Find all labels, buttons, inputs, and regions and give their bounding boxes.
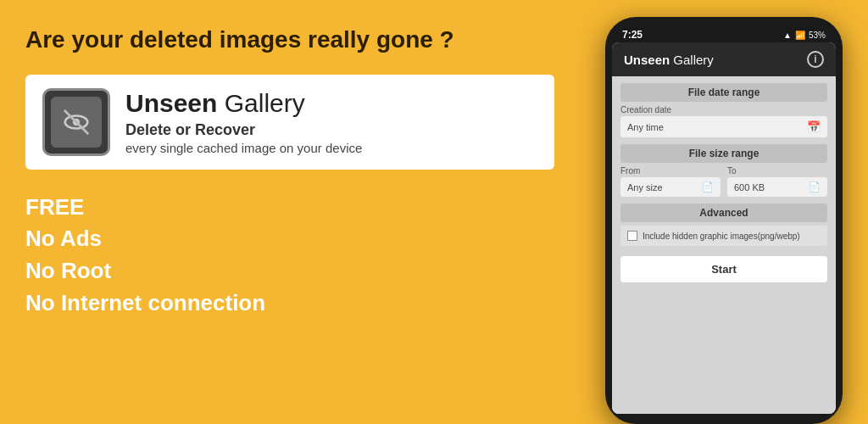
phone-title-light: Gallery xyxy=(670,53,714,67)
size-to-label: To xyxy=(727,166,827,176)
phone-screen: Unseen Gallery i File date range Creatio… xyxy=(612,42,836,414)
tagline1: Delete or Recover xyxy=(125,121,362,139)
date-range-section: File date range Creation date Any time 📅 xyxy=(620,83,827,137)
calendar-icon: 📅 xyxy=(807,120,821,133)
size-range-header: File size range xyxy=(620,144,827,163)
eye-slash-icon xyxy=(59,105,93,139)
size-from-col: From Any size 📄 xyxy=(620,166,721,197)
app-text: Unseen Gallery Delete or Recover every s… xyxy=(125,89,362,155)
phone-title-bold: Unseen xyxy=(624,53,670,67)
hidden-images-label: Include hidden graphic images(png/webp) xyxy=(643,232,800,241)
feature-no-ads: No Ads xyxy=(25,225,554,254)
size-from-icon: 📄 xyxy=(702,181,714,192)
phone-time: 7:25 xyxy=(622,29,643,41)
size-from-label: From xyxy=(620,166,721,176)
app-icon-wrapper xyxy=(42,88,110,156)
hidden-images-checkbox[interactable] xyxy=(627,231,637,241)
app-title-light: Gallery xyxy=(217,89,304,117)
main-container: Are your deleted images really gone ? xyxy=(0,0,868,424)
creation-date-input[interactable]: Any time 📅 xyxy=(620,116,827,137)
app-title: Unseen Gallery xyxy=(125,89,362,118)
info-button[interactable]: i xyxy=(807,51,824,68)
phone-app-bar: Unseen Gallery i xyxy=(612,42,836,76)
phone-content: File date range Creation date Any time 📅… xyxy=(612,76,836,414)
size-to-input[interactable]: 600 KB 📄 xyxy=(727,177,827,197)
tagline2: every single cached image on your device xyxy=(125,141,362,155)
creation-date-label: Creation date xyxy=(620,105,827,114)
date-range-header: File date range xyxy=(620,83,827,102)
advanced-header: Advanced xyxy=(620,204,827,222)
feature-no-root: No Root xyxy=(25,257,554,286)
hidden-images-checkbox-row[interactable]: Include hidden graphic images(png/webp) xyxy=(620,226,827,246)
size-from-value: Any size xyxy=(627,182,663,192)
headline: Are your deleted images really gone ? xyxy=(25,25,554,54)
size-range-section: File size range From Any size 📄 xyxy=(620,144,827,197)
size-to-value: 600 KB xyxy=(734,182,765,192)
phone-app-title: Unseen Gallery xyxy=(624,53,714,67)
app-info-row: Unseen Gallery Delete or Recover every s… xyxy=(25,75,554,170)
size-to-col: To 600 KB 📄 xyxy=(727,166,827,197)
advanced-section: Advanced Include hidden graphic images(p… xyxy=(620,204,827,246)
size-to-icon: 📄 xyxy=(809,181,821,192)
phone-status-bar: 7:25 ▲ 📶 53% xyxy=(612,25,836,42)
app-icon-inner xyxy=(51,97,102,148)
size-range-row: From Any size 📄 To 600 KB 📄 xyxy=(620,166,827,197)
creation-date-value: Any time xyxy=(627,122,664,132)
phone-status-icons: ▲ 📶 53% xyxy=(783,31,826,40)
svg-line-2 xyxy=(65,110,88,133)
wifi-icon: ▲ xyxy=(783,31,792,40)
app-title-bold: Unseen xyxy=(125,89,217,117)
phone-device: 7:25 ▲ 📶 53% Unseen Gallery i xyxy=(605,17,843,424)
feature-no-internet: No Internet connection xyxy=(25,289,554,318)
feature-free: FREE xyxy=(25,193,554,222)
start-button[interactable]: Start xyxy=(620,256,827,282)
right-area: 7:25 ▲ 📶 53% Unseen Gallery i xyxy=(580,0,868,424)
features-list: FREE No Ads No Root No Internet connecti… xyxy=(25,193,554,318)
left-area: Are your deleted images really gone ? xyxy=(0,0,580,424)
battery-text: 53% xyxy=(809,31,826,40)
size-from-input[interactable]: Any size 📄 xyxy=(620,177,721,197)
signal-icon: 📶 xyxy=(795,31,805,40)
